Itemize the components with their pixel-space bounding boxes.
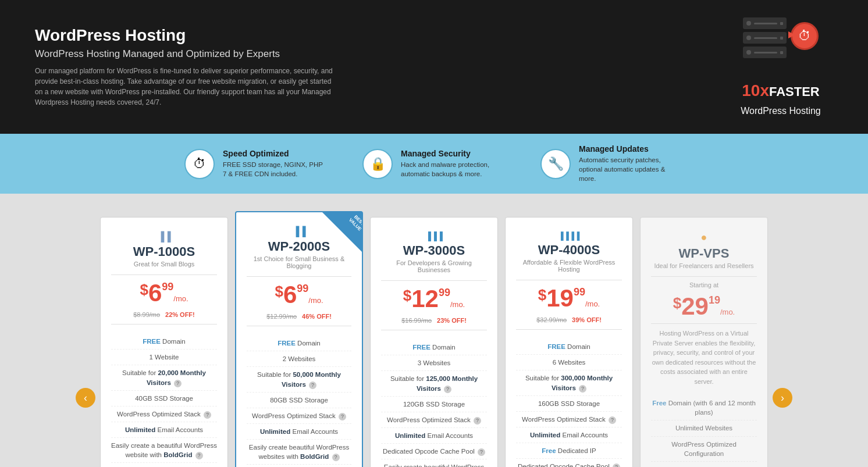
plan-card-wp1000s: ▐▐ WP-1000S Great for Small Blogs $699/m… [100,217,228,467]
feature-websites: 2 Websites [247,351,351,367]
feature-websites-vps: Unlimited Websites [651,420,757,436]
feature-staging: Staging Environment Included ? [247,465,351,467]
feature-email: Unlimited Email Accounts [111,422,217,438]
plan-features-wp1000s: FREE Domain 1 Website Suitable for 20,00… [111,329,217,467]
plan-tagline-wpvps: Ideal for Freelancers and Resellers [651,262,757,269]
plan-name-wp1000s: WP-1000S [111,244,217,259]
feature-email: Unlimited Email Accounts [247,424,351,440]
feature-websites: 1 Website [111,350,217,365]
feature-domain: FREE Domain [516,339,622,355]
feature-domain-vps: Free Domain (with 6 and 12 month plans) [651,395,757,420]
feature-security-title: Managed Security [401,149,506,158]
price-block-wp3000s: $1299/mo. [381,287,487,311]
price-original-wp1000s: $8.99/mo 22% OFF! [111,309,217,319]
plan-name-wp3000s: WP-3000S [381,243,487,258]
feature-dedicated-ip-vps: Free Dedicated IPs (starting at 3) [651,462,757,467]
security-icon: 🔒 [362,149,393,179]
plan-features-wp4000s: FREE Domain 6 Websites Suitable for 300,… [516,334,622,467]
feature-opcode: Dedicated Opcode Cache Pool ? [381,444,487,459]
carousel-next-button[interactable]: › [773,388,792,408]
plan-tagline-wp4000s: Affordable & Flexible WordPress Hosting [516,259,622,273]
price-block-wp4000s: $1999/mo. [516,286,622,311]
price-block-wp2000s: $699/mo. [247,283,351,307]
feature-storage: 40GB SSD Storage [111,391,217,407]
hero-section: WordPress Hosting WordPress Hosting Mana… [0,0,868,134]
vps-description: Hosting WordPress on a Virtual Private S… [651,329,757,386]
speed-icon: ⏱ [184,149,215,179]
price-original-wp2000s: $12.99/mo 46% OFF! [247,311,351,321]
plan-features-wp3000s: FREE Domain 3 Websites Suitable for 125,… [381,335,487,467]
plan-tagline-wp2000s: 1st Choice for Small Business & Blogging [247,255,351,269]
price-original-wp4000s: $32.99/mo 39% OFF! [516,314,622,325]
plan-icon-wp1000s: ▐▐ [111,231,217,242]
feature-visitors: Suitable for 50,000 Monthly Visitors ? [247,367,351,392]
feature-stack: WordPress Optimized Stack ? [247,408,351,424]
plan-card-wp2000s: BESTVALUE ▐▐ WP-2000S 1st Choice for Sma… [235,211,363,467]
feature-updates: 🔧 Managed Updates Automatic security pat… [540,144,684,183]
updates-icon: 🔧 [540,149,571,179]
plan-icon-wpvps: ● [651,231,757,244]
feature-opcode: Dedicated Opcode Cache Pool ? [516,459,622,467]
hero-image: ⏱ 10xFASTER WordPress Hosting [728,17,833,116]
feature-speed-title: Speed Optimized [223,149,328,158]
feature-stack: WordPress Optimized Stack ? [111,407,217,422]
hero-text: WordPress Hosting WordPress Hosting Mana… [35,26,728,108]
feature-boldgrid: Easily create beautiful WordPress websit… [381,459,487,467]
best-value-text: BESTVALUE [347,213,362,233]
feature-domain: FREE Domain [381,340,487,355]
feature-dedicated-ip: Free Dedicated IP [516,443,622,459]
feature-email: Unlimited Email Accounts [381,428,487,444]
carousel-prev-button[interactable]: ‹ [76,388,95,408]
price-original-wp3000s: $16.99/mo 23% OFF! [381,315,487,325]
feature-websites: 6 Websites [516,355,622,370]
feature-updates-title: Managed Updates [579,144,684,154]
feature-boldgrid: Easily create a beautiful WordPress webs… [111,438,217,463]
plan-card-wp3000s: ▐▐▐ WP-3000S For Developers & Growing Bu… [370,217,498,467]
feature-domain: FREE Domain [111,334,217,350]
plan-features-wp2000s: FREE Domain 2 Websites Suitable for 50,0… [247,331,351,467]
feature-security: 🔒 Managed Security Hack and malware prot… [362,149,506,179]
price-block-wpvps: $2919/mo. [651,294,757,319]
plan-name-wp4000s: WP-4000S [516,243,622,258]
hero-description: Our managed platform for WordPress is fi… [35,66,337,108]
feature-visitors: Suitable for 20,000 Monthly Visitors ? [111,365,217,390]
feature-stack: WordPress Optimized Stack ? [516,412,622,427]
plan-tagline-wp1000s: Great for Small Blogs [111,261,217,268]
feature-boldgrid: Easily create beautiful WordPress websit… [247,440,351,465]
plan-icon-wp3000s: ▐▐▐ [381,231,487,241]
feature-config-vps: WordPress Optimized Configuration [651,437,757,462]
feature-updates-desc: Automatic security patches, optional aut… [579,155,684,183]
starting-at-label: Starting at [651,281,757,288]
feature-stack: WordPress Optimized Stack ? [381,412,487,428]
plan-icon-wp4000s: ▐▐▐▐ [516,231,622,240]
feature-security-desc: Hack and malware protection, automatic b… [401,160,506,179]
plan-name-wpvps: WP-VPS [651,246,757,261]
feature-domain: FREE Domain [247,336,351,351]
best-value-ribbon: BESTVALUE [321,212,362,253]
hero-subtitle: WordPress Hosting Managed and Optimized … [35,48,728,60]
badge-subtitle: WordPress Hosting [741,106,821,116]
feature-storage: 160GB SSD Storage [516,396,622,412]
feature-visitors: Suitable for 300,000 Monthly Visitors ? [516,370,622,395]
pricing-section: ‹ ▐▐ WP-1000S Great for Small Blogs $699… [0,194,868,467]
feature-speed: ⏱ Speed Optimized FREE SSD storage, NGIN… [184,149,328,179]
feature-storage: 80GB SSD Storage [247,393,351,408]
feature-email: Unlimited Email Accounts [516,427,622,443]
feature-visitors: Suitable for 125,000 Monthly Visitors ? [381,371,487,396]
feature-storage: 120GB SSD Storage [381,397,487,412]
feature-websites: 3 Websites [381,355,487,371]
price-block-wp1000s: $699/mo. [111,281,217,305]
feature-staging: Staging Environment Included ? [111,463,217,467]
plan-card-wpvps: ● WP-VPS Ideal for Freelancers and Resel… [640,217,768,467]
hero-title: WordPress Hosting [35,26,728,45]
plan-features-wpvps: Free Domain (with 6 and 12 month plans) … [651,391,757,467]
plan-tagline-wp3000s: For Developers & Growing Businesses [381,259,487,273]
feature-speed-desc: FREE SSD storage, NGINX, PHP 7 & FREE CD… [223,160,328,179]
speed-badge: 10xFASTER [742,81,820,100]
features-bar: ⏱ Speed Optimized FREE SSD storage, NGIN… [0,134,868,194]
pricing-cards: ‹ ▐▐ WP-1000S Great for Small Blogs $699… [27,211,841,467]
plan-card-wp4000s: ▐▐▐▐ WP-4000S Affordable & Flexible Word… [505,217,633,467]
